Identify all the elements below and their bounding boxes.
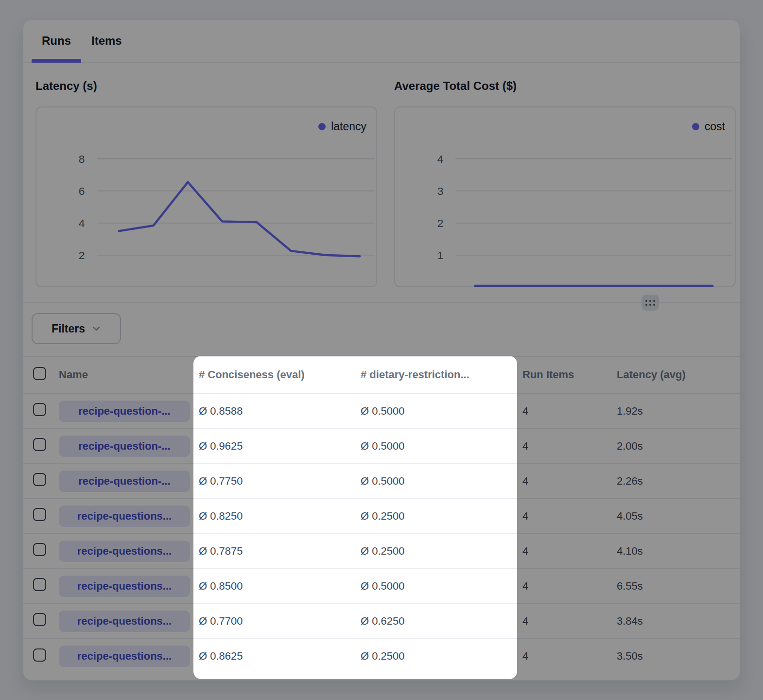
column-header-name[interactable]: Name (59, 368, 194, 381)
tab-bar: Runs Items (23, 20, 740, 63)
latency-legend-dot-icon (318, 123, 326, 130)
run-items-value: 4 (518, 650, 612, 663)
row-checkbox[interactable] (33, 578, 46, 591)
cost-chart-svg: 1234 (395, 107, 735, 286)
dietary-value: Ø 0.2500 (356, 510, 518, 523)
screenshot-stage: Runs Items Latency (s) Average Total Cos… (0, 0, 763, 700)
active-tab-indicator (32, 59, 81, 63)
latency-value: 4.10s (612, 545, 740, 558)
conciseness-value: Ø 0.8625 (194, 650, 356, 663)
run-name-badge[interactable]: recipe-questions... (59, 541, 190, 562)
select-all-checkbox[interactable] (33, 367, 46, 380)
run-name-badge[interactable]: recipe-question-... (59, 401, 190, 422)
run-name-badge[interactable]: recipe-question-... (59, 436, 190, 457)
tab-items-label: Items (91, 34, 122, 48)
latency-chart: 2468 latency (35, 106, 377, 287)
resize-drag-handle[interactable] (642, 295, 659, 311)
dietary-value: Ø 0.5000 (356, 475, 518, 488)
conciseness-value: Ø 0.9625 (194, 440, 356, 453)
row-checkbox[interactable] (33, 403, 46, 416)
table-row[interactable]: recipe-question-... Ø 0.7750 Ø 0.5000 4 … (23, 464, 740, 499)
cost-legend-label: cost (705, 120, 725, 133)
cost-chart: 1234 cost (394, 106, 736, 287)
dietary-value: Ø 0.2500 (356, 545, 518, 558)
cost-legend: cost (692, 120, 725, 133)
cost-legend-dot-icon (692, 123, 699, 130)
table-row[interactable]: recipe-questions... Ø 0.7700 Ø 0.6250 4 … (23, 604, 740, 639)
column-header-run-items[interactable]: Run Items (518, 368, 612, 381)
conciseness-value: Ø 0.7700 (194, 615, 356, 628)
conciseness-value: Ø 0.8500 (194, 580, 356, 593)
dietary-value: Ø 0.5000 (356, 580, 518, 593)
run-items-value: 4 (518, 545, 612, 558)
svg-text:2: 2 (79, 249, 85, 262)
run-name-badge[interactable]: recipe-questions... (59, 646, 190, 667)
latency-chart-title: Latency (s) (35, 79, 97, 93)
run-name-badge[interactable]: recipe-questions... (59, 576, 190, 597)
row-checkbox[interactable] (33, 543, 46, 556)
table-row[interactable]: recipe-questions... Ø 0.7875 Ø 0.2500 4 … (23, 534, 740, 569)
section-divider (23, 302, 740, 303)
svg-text:3: 3 (437, 185, 444, 197)
drag-handle-icon (644, 299, 656, 307)
filters-button-label: Filters (52, 322, 85, 335)
table-row[interactable]: recipe-questions... Ø 0.8625 Ø 0.2500 4 … (23, 639, 740, 674)
svg-text:1: 1 (437, 249, 444, 262)
latency-chart-svg: 2468 (36, 107, 376, 286)
run-name-badge[interactable]: recipe-questions... (59, 506, 190, 527)
run-items-value: 4 (518, 615, 612, 628)
svg-text:4: 4 (79, 217, 85, 229)
svg-text:4: 4 (437, 153, 444, 165)
column-header-conciseness[interactable]: # Conciseness (eval) (194, 368, 356, 381)
dietary-value: Ø 0.2500 (356, 650, 518, 663)
run-name-badge[interactable]: recipe-questions... (59, 611, 190, 632)
latency-value: 3.50s (612, 650, 740, 663)
row-checkbox[interactable] (33, 473, 46, 486)
latency-value: 2.00s (612, 440, 740, 453)
svg-text:2: 2 (437, 217, 444, 229)
run-items-value: 4 (518, 510, 612, 523)
dietary-value: Ø 0.5000 (356, 440, 518, 453)
table-row[interactable]: recipe-questions... Ø 0.8500 Ø 0.5000 4 … (23, 569, 740, 604)
row-checkbox[interactable] (33, 648, 46, 662)
row-checkbox[interactable] (33, 438, 46, 451)
run-items-value: 4 (518, 440, 612, 453)
latency-value: 6.55s (612, 580, 740, 593)
column-header-latency[interactable]: Latency (avg) (612, 368, 740, 381)
latency-legend-label: latency (331, 120, 366, 133)
table-row[interactable]: recipe-questions... Ø 0.8250 Ø 0.2500 4 … (23, 499, 740, 534)
tab-runs-label: Runs (42, 34, 71, 48)
row-checkbox[interactable] (33, 508, 46, 521)
dietary-value: Ø 0.6250 (356, 615, 518, 628)
cost-chart-title: Average Total Cost ($) (394, 79, 517, 93)
latency-legend: latency (318, 120, 366, 133)
run-items-value: 4 (518, 580, 612, 593)
conciseness-value: Ø 0.8250 (194, 510, 356, 523)
table-row[interactable]: recipe-question-... Ø 0.9625 Ø 0.5000 4 … (23, 429, 740, 464)
latency-value: 2.26s (612, 475, 740, 488)
tab-runs[interactable]: Runs (32, 20, 81, 62)
dataset-runs-panel: Runs Items Latency (s) Average Total Cos… (23, 19, 740, 681)
run-name-badge[interactable]: recipe-question-... (59, 471, 190, 492)
table-row[interactable]: recipe-question-... Ø 0.8588 Ø 0.5000 4 … (23, 394, 740, 429)
latency-value: 3.84s (612, 615, 740, 628)
conciseness-value: Ø 0.8588 (194, 405, 356, 418)
table-header-row: Name # Conciseness (eval) # dietary-rest… (23, 356, 740, 394)
dietary-value: Ø 0.5000 (356, 405, 518, 418)
latency-value: 1.92s (612, 405, 740, 418)
conciseness-value: Ø 0.7750 (194, 475, 356, 488)
tab-items[interactable]: Items (81, 20, 132, 62)
conciseness-value: Ø 0.7875 (194, 545, 356, 558)
runs-table: Name # Conciseness (eval) # dietary-rest… (23, 356, 740, 674)
run-items-value: 4 (518, 475, 612, 488)
column-header-dietary-restriction[interactable]: # dietary-restriction... (356, 368, 518, 381)
filters-button[interactable]: Filters (32, 313, 121, 344)
svg-text:8: 8 (79, 153, 85, 165)
row-checkbox[interactable] (33, 613, 46, 626)
chevron-down-icon (91, 324, 101, 333)
run-items-value: 4 (518, 405, 612, 418)
svg-text:6: 6 (79, 185, 85, 197)
latency-value: 4.05s (612, 510, 740, 523)
